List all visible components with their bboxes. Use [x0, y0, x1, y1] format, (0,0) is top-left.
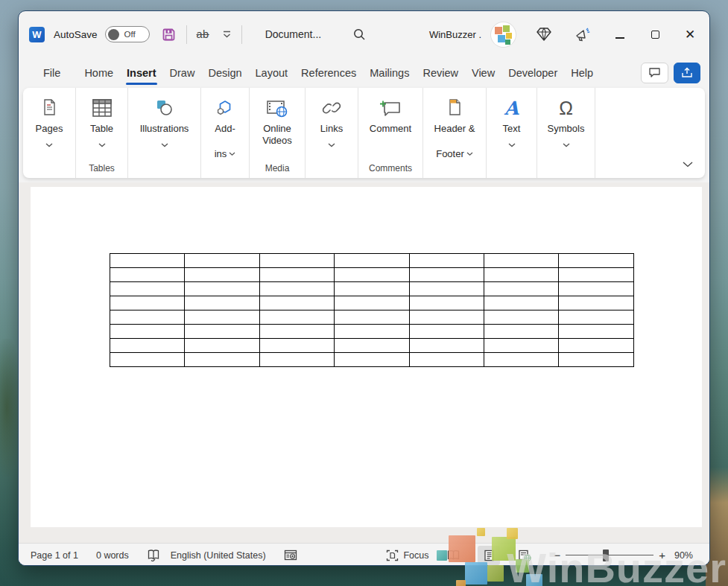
table-cell[interactable] — [484, 268, 558, 282]
table-cell[interactable] — [484, 325, 558, 339]
tab-mailings[interactable]: Mailings — [363, 63, 416, 83]
header-footer-button[interactable]: Header & Footer — [423, 88, 486, 178]
table-cell[interactable] — [185, 310, 259, 325]
document-page[interactable] — [31, 187, 702, 527]
table-cell[interactable] — [409, 296, 484, 310]
table-cell[interactable] — [185, 339, 259, 353]
document-title[interactable]: Document... — [265, 28, 321, 40]
table-cell[interactable] — [335, 353, 409, 367]
table-cell[interactable] — [259, 353, 334, 367]
table-cell[interactable] — [484, 296, 558, 310]
table-cell[interactable] — [259, 325, 334, 339]
table-cell[interactable] — [559, 353, 633, 367]
table-cell[interactable] — [335, 254, 409, 268]
table-cell[interactable] — [484, 254, 558, 268]
tab-draw[interactable]: Draw — [163, 63, 202, 83]
tab-help[interactable]: Help — [564, 63, 600, 83]
word-count[interactable]: 0 words — [96, 550, 129, 561]
table-cell[interactable] — [335, 339, 409, 353]
zoom-in-button[interactable]: + — [659, 549, 665, 561]
table-cell[interactable] — [110, 296, 185, 310]
table-cell[interactable] — [559, 339, 633, 353]
table-cell[interactable] — [259, 268, 334, 282]
web-layout-button[interactable] — [513, 546, 536, 565]
save-icon[interactable] — [161, 27, 177, 42]
illustrations-button[interactable]: Illustrations — [128, 88, 200, 178]
tab-design[interactable]: Design — [201, 63, 248, 83]
tab-review[interactable]: Review — [416, 63, 465, 83]
premium-gem-icon[interactable] — [536, 27, 552, 42]
table-cell[interactable] — [409, 339, 484, 353]
comments-toggle-button[interactable] — [641, 63, 668, 83]
qat-overflow-chevron-icon[interactable] — [222, 31, 232, 38]
zoom-out-button[interactable]: − — [554, 549, 560, 561]
text-button[interactable]: A Text — [487, 88, 536, 178]
table-cell[interactable] — [409, 268, 484, 282]
read-mode-button[interactable] — [442, 546, 464, 565]
table-cell[interactable] — [185, 325, 259, 339]
table-cell[interactable] — [110, 310, 185, 325]
close-button[interactable]: ✕ — [684, 27, 696, 42]
tab-references[interactable]: References — [294, 63, 363, 83]
zoom-slider[interactable] — [566, 550, 653, 561]
zoom-slider-handle[interactable] — [603, 550, 609, 561]
table-cell[interactable] — [335, 310, 409, 325]
table-cell[interactable] — [185, 254, 259, 268]
table-cell[interactable] — [484, 353, 558, 367]
proofing-icon[interactable] — [147, 549, 160, 561]
maximize-button[interactable] — [649, 28, 661, 41]
search-icon[interactable] — [352, 28, 366, 41]
table-cell[interactable] — [185, 296, 259, 310]
table-cell[interactable] — [484, 339, 558, 353]
table-cell[interactable] — [559, 268, 633, 282]
table-cell[interactable] — [259, 339, 334, 353]
table-cell[interactable] — [259, 254, 334, 268]
table-cell[interactable] — [409, 310, 484, 325]
doc-table[interactable] — [110, 253, 634, 367]
tab-file[interactable]: File — [37, 63, 67, 83]
page-indicator[interactable]: Page 1 of 1 — [31, 550, 78, 561]
pages-button[interactable]: Pages — [23, 88, 75, 178]
word-app-icon[interactable]: W — [29, 27, 45, 42]
table-cell[interactable] — [110, 353, 185, 367]
table-cell[interactable] — [409, 353, 484, 367]
macro-record-icon[interactable] — [284, 550, 297, 561]
table-cell[interactable] — [484, 282, 558, 296]
avatar[interactable] — [491, 22, 516, 47]
symbols-button[interactable]: Ω Symbols — [537, 88, 595, 178]
share-button[interactable] — [674, 63, 700, 83]
table-cell[interactable] — [559, 325, 633, 339]
table-cell[interactable] — [335, 325, 409, 339]
table-cell[interactable] — [259, 282, 334, 296]
language-indicator[interactable]: English (United States) — [171, 550, 266, 561]
table-cell[interactable] — [185, 268, 259, 282]
tab-home[interactable]: Home — [77, 63, 120, 83]
collapse-ribbon-chevron-icon[interactable] — [683, 157, 693, 171]
tab-insert[interactable]: Insert — [120, 63, 163, 83]
tab-developer[interactable]: Developer — [501, 63, 564, 83]
table-cell[interactable] — [409, 254, 484, 268]
zoom-level[interactable]: 90% — [674, 550, 693, 561]
table-cell[interactable] — [559, 296, 633, 310]
table-cell[interactable] — [185, 353, 259, 367]
table-cell[interactable] — [259, 296, 334, 310]
table-cell[interactable] — [559, 282, 633, 296]
table-cell[interactable] — [110, 254, 185, 268]
table-cell[interactable] — [110, 325, 185, 339]
table-cell[interactable] — [259, 310, 334, 325]
table-cell[interactable] — [559, 254, 633, 268]
focus-mode-button[interactable]: Focus — [386, 550, 428, 561]
tab-view[interactable]: View — [465, 63, 501, 83]
minimize-button[interactable] — [614, 28, 626, 41]
table-cell[interactable] — [110, 268, 185, 282]
table-cell[interactable] — [335, 282, 409, 296]
feedback-megaphone-icon[interactable] — [575, 27, 592, 42]
table-cell[interactable] — [335, 296, 409, 310]
addins-button[interactable]: Add- ins — [201, 88, 249, 178]
table-cell[interactable] — [409, 325, 484, 339]
autosave-toggle[interactable]: Off — [105, 26, 150, 42]
table-cell[interactable] — [335, 268, 409, 282]
print-layout-button[interactable] — [478, 546, 500, 565]
table-cell[interactable] — [409, 282, 484, 296]
strikethrough-qat-button[interactable]: ab — [197, 28, 209, 40]
